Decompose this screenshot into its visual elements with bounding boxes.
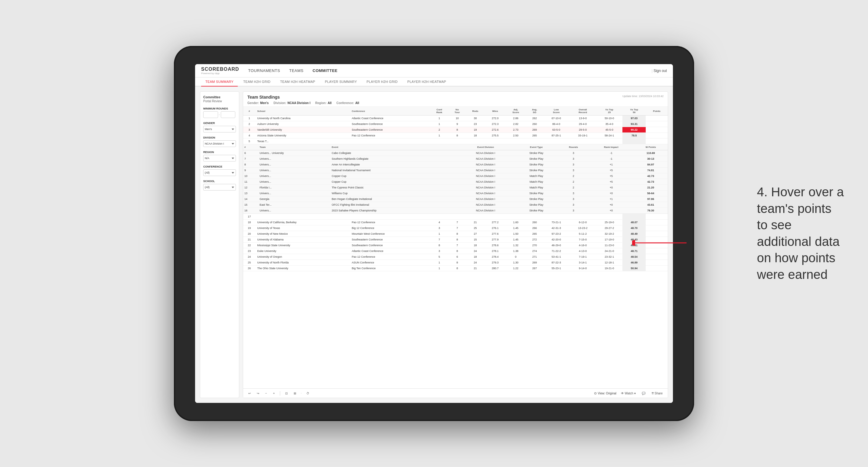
col-wins: Wins (485, 107, 506, 116)
exp-col-rank-impact: Rank Impact (589, 144, 634, 150)
table-row: 24 University of Oregon Pac-12 Conferenc… (243, 254, 668, 260)
points-cell[interactable] (622, 138, 646, 144)
tab-team-h2h-heatmap[interactable]: TEAM H2H HEATMAP (276, 77, 319, 86)
right-panel: Team Standings Gender: Men's Division: N… (243, 91, 668, 398)
time-btn[interactable]: ⏱ (305, 391, 311, 396)
table-row: 20 University of New Mexico Mountain Wes… (243, 231, 668, 237)
watch-btn[interactable]: 👁 Watch ▾ (619, 391, 637, 396)
copy-btn[interactable]: ⊡ (284, 391, 289, 396)
expanded-row: 14 Georgia Ben Hogan Collegiate Invitati… (243, 196, 668, 202)
expanded-row: 13 Univers... Williams Cup NCAA Division… (243, 191, 668, 196)
filter-division-label: Division (203, 136, 236, 139)
undo-btn[interactable]: ↩ (247, 391, 252, 396)
table-row: 1 University of North Carolina Atlantic … (243, 116, 668, 121)
standings-table: # School Conference ConfRank NoTour Rnds… (243, 107, 668, 271)
filter-school: School (All) (203, 180, 236, 191)
exp-col-rank: # (243, 144, 258, 150)
division-select[interactable]: NCAA Division I NCAA Division II NCAA Di… (203, 141, 236, 147)
settings-btn[interactable]: ⊞ (292, 391, 298, 396)
share-btn[interactable]: ⇈ Share (650, 391, 664, 396)
exp-col-team: Team (258, 144, 331, 150)
filter-item-division: Division: NCAA Division I (273, 101, 310, 105)
region-select[interactable]: N/A All (203, 155, 236, 161)
nav-teams[interactable]: TEAMS (289, 67, 303, 74)
col-school: School (255, 107, 350, 116)
redo-btn[interactable]: ↪ (255, 391, 261, 396)
table-row: 3 Vanderbilt University Southeastern Con… (243, 127, 668, 133)
col-avg-sg: Avg.SG (526, 107, 543, 116)
nav-tournaments[interactable]: TOURNAMENTS (248, 67, 280, 74)
col-no-tour: NoTour (448, 107, 466, 116)
tab-team-summary[interactable]: TEAM SUMMARY (201, 77, 238, 87)
tab-bar: TEAM SUMMARY TEAM H2H GRID TEAM H2H HEAT… (195, 77, 673, 87)
standings-header: Team Standings Gender: Men's Division: N… (243, 92, 668, 107)
col-adj-score: Adj.Score (505, 107, 526, 116)
standings-title: Team Standings (247, 95, 359, 99)
view-original-btn[interactable]: View: Original (594, 392, 616, 395)
filter-region-label: Region (203, 151, 236, 154)
bottom-toolbar: ↩ ↪ − + | ⊡ ⊞ · ⏱ View: Original 👁 Watch… (243, 388, 668, 398)
table-row: 23 Duke University Atlantic Coast Confer… (243, 248, 668, 254)
table-wrapper[interactable]: # School Conference ConfRank NoTour Rnds… (243, 107, 668, 388)
nav-committee[interactable]: COMMITTEE (313, 67, 338, 74)
filter-min-rounds-label: Minimum Rounds (203, 107, 236, 110)
logo-sub: Powered by clipp (201, 72, 239, 75)
conference-select[interactable]: (All) (203, 169, 236, 176)
table-row: 2 Auburn University Southeastern Confere… (243, 121, 668, 127)
logo-area: SCOREBOARD Powered by clipp (201, 66, 239, 75)
expanded-header-row: # Team Event Event Division Event Type R… (243, 144, 668, 214)
points-cell[interactable]: 78.5 (622, 133, 646, 138)
table-row: 26 The Ohio State University Big Ten Con… (243, 266, 668, 271)
col-points: Points (646, 107, 668, 116)
col-conf-rank: ConfRank (430, 107, 449, 116)
tablet-screen: SCOREBOARD Powered by clipp TOURNAMENTS … (195, 64, 673, 403)
expanded-row: 10 Univers... Copper Cup NCAA Division I… (243, 173, 668, 179)
annotation-arrow (632, 234, 692, 252)
zoom-out-btn[interactable]: − (264, 391, 269, 396)
filter-region: Region N/A All (203, 151, 236, 161)
points-cell-highlighted[interactable]: 90.22 (622, 127, 646, 133)
filter-gender-label: Gender (203, 122, 236, 125)
sign-out-link[interactable]: Sign out (652, 69, 667, 73)
filter-conference-label: Conference (203, 165, 236, 168)
col-rank: # (243, 107, 255, 116)
col-vs25: Vs Top25 (596, 107, 623, 116)
nav-bar: SCOREBOARD Powered by clipp TOURNAMENTS … (195, 64, 673, 77)
tab-player-h2h-grid[interactable]: PLAYER H2H GRID (362, 77, 402, 86)
zoom-in-btn[interactable]: + (272, 391, 276, 396)
expanded-row: 9 Univers... National Invitational Tourn… (243, 167, 668, 173)
expanded-row: 15 East Ter... OFCC Fighting Illini Invi… (243, 202, 668, 208)
exp-col-type: Event Type (515, 144, 558, 150)
filter-school-label: School (203, 180, 236, 183)
expanded-row: 11 Univers... Copper Cup NCAA Division I… (243, 179, 668, 185)
school-select[interactable]: (All) (203, 184, 236, 191)
filter-gender: Gender Men's Women's (203, 122, 236, 132)
min-rounds-min-input[interactable] (203, 111, 218, 118)
gender-select[interactable]: Men's Women's (203, 126, 236, 132)
tab-team-h2h-grid[interactable]: TEAM H2H GRID (239, 77, 275, 86)
tab-player-summary[interactable]: PLAYER SUMMARY (320, 77, 361, 86)
table-row: 17 (243, 214, 668, 220)
filter-item-conference: Conference: All (336, 101, 359, 105)
feedback-btn[interactable]: 💬 (640, 391, 647, 396)
expanded-row: 8 Univers... Amer An Intercollegiate NCA… (243, 162, 668, 167)
points-cell[interactable]: 97.03 (622, 116, 646, 121)
portal-subtitle: Portal Review (203, 99, 236, 103)
toolbar-right: View: Original 👁 Watch ▾ 💬 ⇈ Share (594, 391, 664, 396)
expanded-row: 16 Univers... 2023 Sahalee Players Champ… (243, 208, 668, 214)
update-time: Update time: 13/03/2024 10:03:42 (622, 95, 663, 98)
col-overall: OverallRecord (569, 107, 596, 116)
points-cell[interactable]: 93.31 (622, 121, 646, 127)
left-panel: Committee Portal Review Minimum Rounds -… (200, 91, 239, 398)
min-rounds-max-input[interactable] (221, 111, 236, 118)
exp-col-rounds: Rounds (558, 144, 589, 150)
col-conference: Conference (350, 107, 430, 116)
expanded-row: 6 Univers... University Cabo Collegiate … (243, 150, 668, 156)
logo-text: SCOREBOARD (201, 66, 239, 72)
tab-player-h2h-heatmap[interactable]: PLAYER H2H HEATMAP (403, 77, 450, 86)
exp-col-w-points: W Points (633, 144, 668, 150)
expanded-row: 12 Florida I... The Cypress Point Classi… (243, 185, 668, 191)
expanded-table: # Team Event Event Division Event Type R… (243, 144, 668, 214)
filter-min-rounds: Minimum Rounds - (203, 107, 236, 118)
tablet-frame: SCOREBOARD Powered by clipp TOURNAMENTS … (174, 46, 694, 421)
